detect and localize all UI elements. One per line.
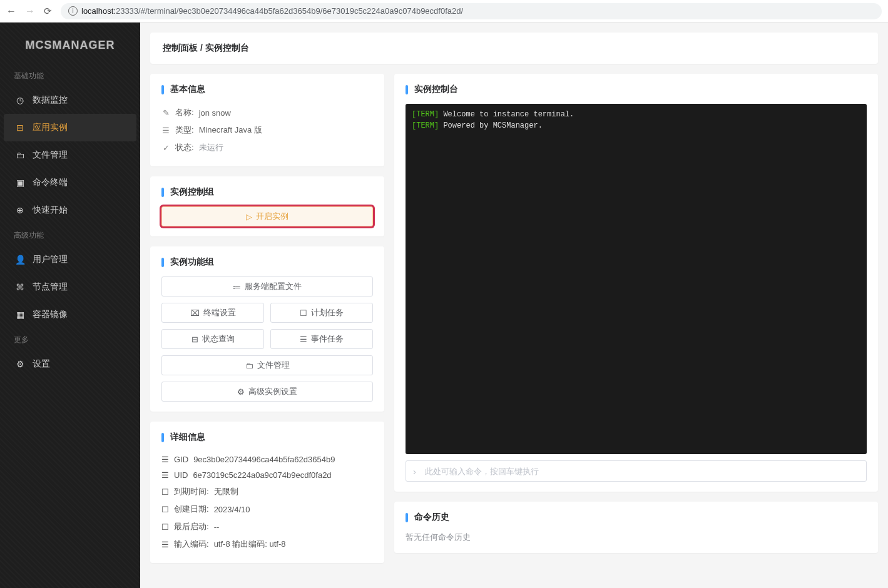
doc-icon: ☰ [161,540,169,549]
basic-info-card: 基本信息 ✎ 名称: jon snow ☰ 类型: Minecraft Java… [150,74,384,166]
doc-icon: ☰ [161,455,169,464]
sidebar-item-label: 快速开始 [33,205,68,216]
detail-encoding-row: ☰ 输入编码: utf-8 输出编码: utf-8 [161,535,373,553]
detail-card: 详细信息 ☰ GID 9ec3b0e20734496ca44b5fa62d365… [150,422,384,563]
sidebar-item-label: 数据监控 [33,94,68,106]
browser-chrome: ← → ⟳ i localhost:23333/#/terminal/9ec3b… [0,0,888,23]
scheduled-tasks-button[interactable]: ☐ 计划任务 [270,303,373,323]
info-name-row: ✎ 名称: jon snow [161,104,373,121]
sidebar-item-label: 应用实例 [33,122,68,133]
forward-icon[interactable]: → [25,6,35,17]
button-label: 事件任务 [311,333,344,345]
nav-section-basic: 基础功能 [0,64,140,86]
button-label: 终端设置 [203,307,236,318]
terminal-icon: ▣ [15,178,25,188]
detail-laststart-row: ☐ 最后启动: -- [161,518,373,535]
detail-gid-row: ☰ GID 9ec3b0e20734496ca44b5fa62d3654b9 [161,452,373,467]
card-title: 实例控制台 [406,84,867,95]
gear-icon: ⚙ [15,359,25,369]
button-label: 状态查询 [202,333,235,345]
sidebar-item-settings[interactable]: ⚙ 设置 [0,350,140,378]
sidebar-item-terminal[interactable]: ▣ 命令终端 [0,169,140,196]
button-label: 文件管理 [257,360,290,371]
file-manage-button[interactable]: 🗀 文件管理 [161,355,373,375]
sidebar-item-label: 节点管理 [33,281,68,293]
nav-section-more: 更多 [0,328,140,350]
status-query-button[interactable]: ⊟ 状态查询 [161,329,264,349]
config-file-button[interactable]: ≔ 服务端配置文件 [161,276,373,297]
start-button-label: 开启实例 [256,211,288,222]
event-tasks-button[interactable]: ☰ 事件任务 [270,329,373,349]
sliders-icon: ≔ [233,282,241,291]
folder-icon: 🗀 [245,361,253,370]
sidebar: MCSMANAGER 基础功能 ◷ 数据监控 ⊟ 应用实例 🗀 文件管理 ▣ 命… [0,23,140,588]
user-icon: 👤 [15,255,25,265]
back-icon[interactable]: ← [6,6,16,17]
sidebar-item-monitor[interactable]: ◷ 数据监控 [0,86,140,114]
plus-circle-icon: ⊕ [15,205,25,215]
url-bar[interactable]: i localhost:23333/#/terminal/9ec3b0e2073… [61,3,882,19]
terminal-settings-button[interactable]: ⌧ 终端设置 [161,303,264,323]
gear-icon: ⚙ [237,387,245,397]
detail-expire-row: ☐ 到期时间: 无限制 [161,483,373,500]
sidebar-item-images[interactable]: ▦ 容器镜像 [0,301,140,328]
calendar-icon: ☐ [161,505,169,514]
terminal-line: [TERM] Powered by MCSManager. [412,120,860,131]
button-label: 服务端配置文件 [245,281,302,292]
sidebar-item-label: 命令终端 [33,177,68,188]
card-title: 实例控制组 [161,186,373,198]
clock-icon: ◷ [15,95,25,105]
sidebar-item-quickstart[interactable]: ⊕ 快速开始 [0,196,140,224]
button-label: 高级实例设置 [248,386,297,397]
detail-create-row: ☐ 创建日期: 2023/4/10 [161,500,373,518]
calendar-icon: ☐ [161,487,169,497]
card-title: 基本信息 [161,84,373,95]
status-icon: ✓ [161,143,170,153]
reload-icon[interactable]: ⟳ [44,6,52,17]
info-status-row: ✓ 状态: 未运行 [161,139,373,156]
list-icon: ☰ [300,335,307,344]
calendar-icon: ☐ [161,522,169,532]
control-group-card: 实例控制组 ▷ 开启实例 [150,176,384,236]
doc-icon: ☰ [161,126,170,135]
advanced-settings-button[interactable]: ⚙ 高级实例设置 [161,382,373,402]
sidebar-item-files[interactable]: 🗀 文件管理 [0,141,140,169]
history-empty: 暂无任何命令历史 [406,532,867,543]
pen-icon: ✎ [161,108,170,118]
sidebar-item-nodes[interactable]: ⌘ 节点管理 [0,273,140,301]
start-instance-button[interactable]: ▷ 开启实例 [161,206,373,226]
sidebar-item-label: 文件管理 [33,150,68,161]
laptop-icon: ⌧ [190,308,200,318]
terminal-output[interactable]: [TERM] Welcome to instance terminal. [TE… [406,104,867,454]
main-content: 控制面板 / 实例控制台 基本信息 ✎ 名称: jon snow ☰ 类型: M… [140,23,888,588]
card-title: 命令历史 [406,512,867,523]
button-label: 计划任务 [311,307,344,318]
database-icon: ⊟ [15,123,25,133]
card-title: 详细信息 [161,432,373,443]
sidebar-item-label: 用户管理 [33,254,68,265]
history-card: 命令历史 暂无任何命令历史 [394,502,878,553]
sidebar-item-label: 设置 [33,358,50,370]
sidebar-item-users[interactable]: 👤 用户管理 [0,246,140,273]
detail-uid-row: ☰ UID 6e73019c5c224a0a9c074b9ecdf0fa2d [161,467,373,483]
info-type-row: ☰ 类型: Minecraft Java 版 [161,121,373,139]
logo: MCSMANAGER [0,34,140,64]
logo-text: MCSMANAGER [26,39,115,51]
doc-icon: ☰ [161,470,169,480]
command-input[interactable] [406,460,867,482]
play-icon: ▷ [246,212,252,221]
command-input-wrap [406,460,867,482]
info-icon: i [68,6,78,16]
calendar-icon: ☐ [300,308,307,318]
breadcrumb: 控制面板 / 实例控制台 [150,33,878,64]
terminal-card: 实例控制台 [TERM] Welcome to instance termina… [394,74,878,492]
nav-section-advanced: 高级功能 [0,224,140,246]
sidebar-item-label: 容器镜像 [33,309,68,320]
sidebar-item-instances[interactable]: ⊟ 应用实例 [4,114,136,141]
func-group-card: 实例功能组 ≔ 服务端配置文件 ⌧ 终端设置 ☐ [150,246,384,412]
image-icon: ▦ [15,310,25,320]
tag-icon: ⊟ [191,335,198,344]
nodes-icon: ⌘ [15,282,25,292]
terminal-line: [TERM] Welcome to instance terminal. [412,109,860,120]
url-text: localhost:23333/#/terminal/9ec3b0e207344… [81,6,463,16]
